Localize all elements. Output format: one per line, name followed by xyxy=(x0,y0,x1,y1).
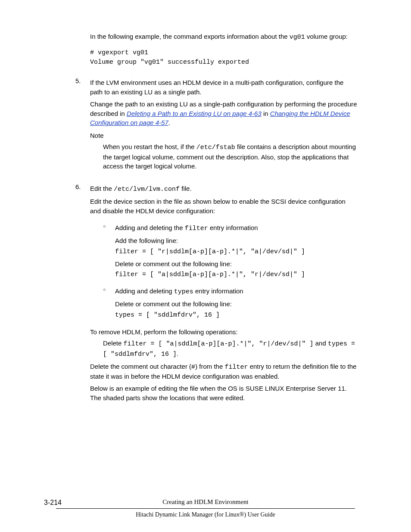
page-footer: 3-214 Creating an HDLM Environment Hitac… xyxy=(0,498,411,519)
paragraph: Edit the device section in the file as s… xyxy=(90,197,357,216)
paragraph: Delete the comment out character (#) fro… xyxy=(90,362,357,382)
text: entry information xyxy=(193,287,243,295)
text: Delete the comment out character ( xyxy=(90,363,191,370)
text: . xyxy=(177,350,178,357)
cross-ref-link[interactable]: Deleting a Path to an Existing LU on pag… xyxy=(127,110,262,117)
page-number: 3-214 xyxy=(44,498,62,507)
intro-paragraph: In the following example, the command ex… xyxy=(90,32,357,42)
text: entry information xyxy=(208,224,258,231)
note-body: When you restart the host, if the /etc/f… xyxy=(103,142,357,171)
inline-code: /etc/lvm/lvm.conf xyxy=(114,186,180,193)
code-line: filter = [ "a|sddlm[a-p][a-p].*|", "r|/d… xyxy=(115,270,305,280)
divider xyxy=(56,508,355,509)
step-6: 6. Edit the /etc/lvm/lvm.conf file. Edit… xyxy=(90,182,357,404)
note-heading: Note xyxy=(90,131,357,140)
step-6-body: Edit the /etc/lvm/lvm.conf file. Edit th… xyxy=(90,182,357,404)
code-line: types = [ "sddlmfdrv", 16 ] xyxy=(115,311,243,320)
bullet-icon: ○ xyxy=(103,285,115,294)
paragraph: Delete or comment out the following line… xyxy=(115,299,243,309)
code-line: filter = [ "r|sddlm[a-p][a-p].*|", "a|/d… xyxy=(115,247,305,257)
step-5-body: If the LVM environment uses an HDLM devi… xyxy=(90,76,357,173)
text: In the following example, the command ex… xyxy=(90,33,290,40)
text: and xyxy=(314,339,328,347)
paragraph: Below is an example of editing the file … xyxy=(90,384,357,403)
text: When you restart the host, if the xyxy=(103,143,196,150)
text: Adding and deleting the xyxy=(115,224,185,231)
bullet-types: ○ Adding and deleting types entry inform… xyxy=(103,285,357,321)
step-5: 5. If the LVM environment uses an HDLM d… xyxy=(90,76,357,173)
paragraph: Edit the /etc/lvm/lvm.conf file. xyxy=(90,184,357,194)
paragraph: Change the path to an existing LU as a s… xyxy=(90,100,357,128)
inline-code: filter xyxy=(224,364,248,371)
paragraph: Add the following line: xyxy=(115,236,305,246)
book-title: Hitachi Dynamic Link Manager (for Linux®… xyxy=(136,510,275,519)
text: ) from the xyxy=(195,363,224,370)
text: Edit the xyxy=(90,185,114,192)
paragraph: Delete or comment out the following line… xyxy=(115,259,305,269)
code-block: # vgexport vg01 Volume group "vg01" succ… xyxy=(90,48,357,67)
paragraph: If the LVM environment uses an HDLM devi… xyxy=(90,78,357,97)
text: file. xyxy=(180,185,192,192)
chapter-title: Creating an HDLM Environment xyxy=(162,498,249,507)
paragraph: Adding and deleting types entry informat… xyxy=(115,286,243,297)
bullet-body: Adding and deleting types entry informat… xyxy=(115,285,243,321)
paragraph: Adding and deleting the filter entry inf… xyxy=(115,223,305,233)
list-number: 6. xyxy=(75,182,90,192)
text: Adding and deleting xyxy=(115,287,174,295)
bullet-filter: ○ Adding and deleting the filter entry i… xyxy=(103,221,357,281)
inline-code: filter xyxy=(185,225,208,232)
inline-code: types xyxy=(174,288,193,296)
inline-code: vg01 xyxy=(290,34,305,41)
paragraph: Delete filter = [ "a|sddlm[a-p][a-p].*|"… xyxy=(103,339,357,359)
text: volume group: xyxy=(305,33,348,40)
bullet-icon: ○ xyxy=(103,221,115,231)
inline-code: filter = [ "a|sddlm[a-p][a-p].*|", "r|/d… xyxy=(124,340,314,348)
paragraph: To remove HDLM, perform the following op… xyxy=(90,327,357,337)
inline-code: /etc/fstab xyxy=(196,144,235,151)
text: Delete xyxy=(103,339,124,347)
bullet-body: Adding and deleting the filter entry inf… xyxy=(115,221,305,281)
page-content: In the following example, the command ex… xyxy=(90,30,357,404)
text: . xyxy=(168,119,170,126)
text: in xyxy=(262,110,270,117)
list-number: 5. xyxy=(75,76,90,86)
inline-code: # xyxy=(191,364,195,371)
